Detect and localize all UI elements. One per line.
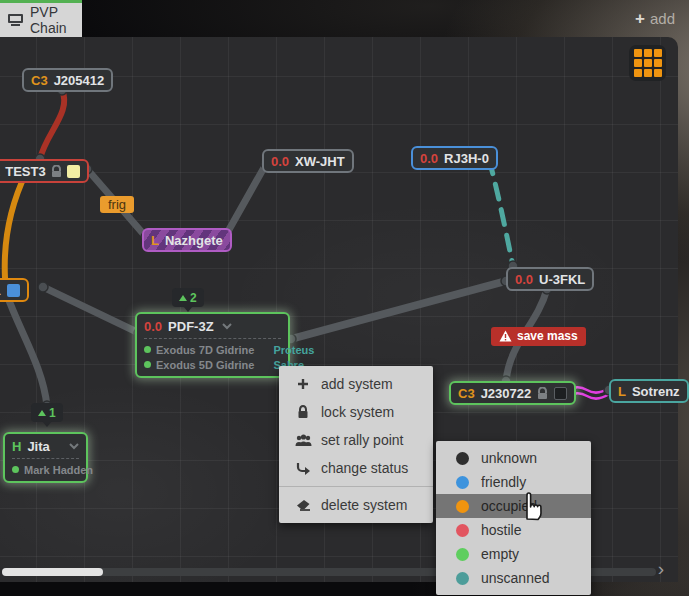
system-name: RJ3H-0: [444, 151, 489, 166]
status-item-empty[interactable]: empty: [436, 542, 591, 566]
pilot-name: Exodus 7D Gidrine: [156, 344, 254, 356]
hand-cursor-icon: [518, 491, 544, 521]
status-item-occupied[interactable]: occupied: [436, 494, 591, 518]
pilot-row: Exodus 5D Gidrine Sabre: [144, 357, 281, 372]
status-dot-icon: [456, 500, 469, 513]
pilot-count-badge: 2: [172, 288, 204, 307]
security-status: 0.0: [271, 154, 289, 169]
menu-separator: [279, 486, 433, 487]
ship-name: Proteus: [273, 344, 314, 356]
pilot-count: 2: [190, 291, 197, 305]
system-node-test3[interactable]: 2 TEST3: [0, 159, 89, 183]
lock-icon: [537, 387, 548, 400]
connection-801-jita[interactable]: [7, 295, 47, 406]
status-label: empty: [481, 546, 519, 562]
connection-endpoints: [21, 85, 614, 411]
add-button[interactable]: + add: [635, 10, 675, 27]
arrow-up-icon: [38, 410, 46, 416]
plus-icon: [294, 378, 312, 390]
monitor-icon: [8, 14, 23, 26]
system-node-j205412[interactable]: C3 J205412: [22, 68, 113, 92]
system-class: H: [12, 439, 21, 454]
chevron-down-icon[interactable]: [69, 443, 79, 450]
pilot-row: Exodus 7D Gidrine Proteus: [144, 342, 281, 357]
system-node-u3fkl[interactable]: 0.0 U-3FKL: [506, 267, 594, 291]
status-dot-icon: [456, 548, 469, 561]
pilot-name: Exodus 5D Gidrine: [156, 359, 254, 371]
curved-arrow-icon: [294, 462, 312, 475]
status-dot-icon: [456, 572, 469, 585]
system-name: J205412: [54, 73, 105, 88]
connection-rj3h0-u3fkl[interactable]: [489, 159, 513, 266]
system-name: U-3FKL: [539, 272, 585, 287]
connection-nazhgete-xwjht[interactable]: [226, 164, 266, 235]
system-node-sotrenz[interactable]: L Sotrenz: [609, 379, 689, 403]
frig-connection-badge[interactable]: frig: [100, 196, 134, 213]
menu-item-label: delete system: [321, 497, 407, 513]
system-class: C3: [31, 73, 48, 88]
status-label: unscanned: [481, 570, 550, 586]
system-node-rj3h0[interactable]: 0.0 RJ3H-0: [411, 146, 498, 170]
pilot-count-badge: 1: [31, 403, 63, 422]
system-class: L: [618, 384, 626, 399]
system-node-xwjht[interactable]: 0.0 XW-JHT: [262, 149, 354, 173]
menu-item-label: lock system: [321, 404, 394, 420]
status-item-unscanned[interactable]: unscanned: [436, 566, 591, 590]
system-node-801[interactable]: 801: [0, 278, 29, 302]
lock-icon: [294, 405, 312, 419]
connection-801-pdf3z[interactable]: [43, 287, 139, 333]
system-name: J230722: [481, 386, 532, 401]
menu-item-lock-system[interactable]: lock system: [279, 398, 433, 426]
grid-view-button[interactable]: [629, 45, 666, 81]
menu-item-label: change status: [321, 460, 408, 476]
security-status: 0.0: [515, 272, 533, 287]
system-node-jita[interactable]: H Jita Mark Hadden: [3, 432, 88, 483]
frig-label: frig: [108, 197, 126, 212]
pilot-name: Mark Hadden: [24, 464, 93, 476]
status-square-icon[interactable]: [554, 387, 567, 400]
connection-pdf3z-u3fkl[interactable]: [291, 281, 506, 339]
plus-icon: +: [635, 10, 645, 27]
system-name: PDF-3Z: [168, 319, 214, 334]
status-submenu: unknown friendly occupied hostile empty …: [436, 441, 591, 595]
users-icon: [294, 434, 312, 447]
tab-pvp-chain[interactable]: PVP Chain: [0, 0, 82, 37]
status-label: friendly: [481, 474, 526, 490]
save-mass-label: save mass: [517, 329, 578, 343]
menu-item-add-system[interactable]: add system: [279, 370, 433, 398]
system-name: TEST3: [5, 164, 45, 179]
warning-icon: [499, 330, 512, 342]
system-name: 801: [0, 283, 1, 298]
status-item-unknown[interactable]: unknown: [436, 446, 591, 470]
connection-test3-801[interactable]: [5, 173, 26, 278]
note-icon[interactable]: [67, 165, 80, 178]
online-dot-icon: [12, 466, 19, 473]
connection-j205412-test3[interactable]: [40, 90, 64, 159]
status-item-hostile[interactable]: hostile: [436, 518, 591, 542]
pilot-row: Mark Hadden: [12, 462, 79, 477]
scroll-right-chevron-icon[interactable]: ›: [658, 558, 664, 580]
menu-item-change-status[interactable]: change status: [279, 454, 433, 482]
system-node-nazhgete[interactable]: L Nazhgete: [142, 228, 232, 252]
tab-label: PVP Chain: [30, 4, 74, 36]
status-item-friendly[interactable]: friendly: [436, 470, 591, 494]
chevron-down-icon[interactable]: [222, 323, 232, 330]
system-context-menu: add system lock system set rally point c…: [279, 366, 433, 523]
status-label: hostile: [481, 522, 521, 538]
system-name: Jita: [27, 439, 49, 454]
online-dot-icon: [144, 361, 151, 368]
system-class: L: [151, 233, 159, 248]
status-dot-icon: [456, 452, 469, 465]
status-dot-icon: [456, 524, 469, 537]
system-node-j230722[interactable]: C3 J230722: [449, 381, 576, 405]
horizontal-scrollbar-thumb[interactable]: [2, 568, 103, 576]
status-label: unknown: [481, 450, 537, 466]
status-dot-icon: [456, 476, 469, 489]
save-mass-badge[interactable]: save mass: [491, 327, 586, 346]
security-status: 0.0: [144, 319, 162, 334]
system-node-pdf3z[interactable]: 0.0 PDF-3Z Exodus 7D Gidrine Proteus Exo…: [135, 312, 290, 378]
menu-item-set-rally-point[interactable]: set rally point: [279, 426, 433, 454]
online-dot-icon: [144, 346, 151, 353]
system-name: Sotrenz: [632, 384, 680, 399]
menu-item-delete-system[interactable]: delete system: [279, 491, 433, 519]
